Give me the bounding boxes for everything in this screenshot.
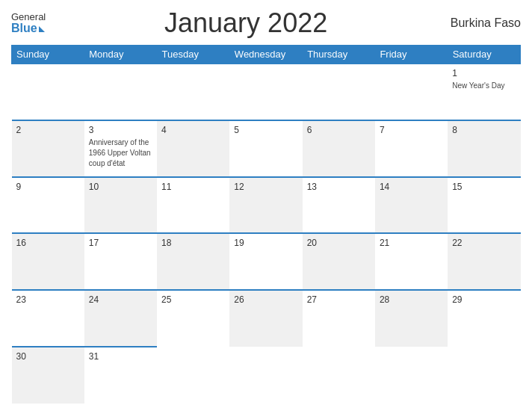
week-row-5: 3031 [12, 347, 521, 404]
day-number: 22 [452, 238, 516, 248]
day-cell: 11 [157, 177, 229, 234]
day-number: 31 [89, 351, 152, 362]
day-cell: 6 [303, 120, 375, 177]
day-cell: 9 [12, 177, 84, 234]
day-number: 9 [16, 182, 80, 192]
day-number: 25 [161, 294, 225, 305]
weekday-header-wednesday: Wednesday [229, 46, 302, 64]
day-cell: 7 [375, 120, 448, 177]
weekday-header-monday: Monday [84, 46, 157, 64]
day-number: 28 [380, 294, 443, 305]
day-cell [303, 64, 375, 120]
day-number: 27 [307, 294, 371, 305]
day-cell: 27 [303, 290, 375, 347]
day-cell: 18 [157, 233, 229, 290]
day-cell: 31 [84, 347, 157, 404]
day-cell [229, 64, 302, 120]
day-cell: 10 [84, 177, 157, 234]
day-number: 19 [234, 238, 297, 248]
day-cell [157, 347, 229, 404]
weekday-header-tuesday: Tuesday [157, 46, 229, 64]
day-number: 8 [452, 125, 516, 135]
day-cell [448, 347, 520, 404]
day-cell [12, 64, 84, 120]
logo-blue-text: Blue [11, 22, 45, 34]
week-row-1: 23Anniversary of the 1966 Upper Voltan c… [12, 120, 521, 177]
day-cell [303, 347, 375, 404]
day-number: 29 [452, 294, 516, 305]
day-cell: 19 [229, 233, 302, 290]
day-number: 21 [380, 238, 443, 248]
week-row-3: 16171819202122 [12, 233, 521, 290]
logo: General Blue [11, 12, 46, 34]
day-number: 10 [89, 182, 152, 192]
day-cell: 22 [448, 233, 520, 290]
day-cell: 12 [229, 177, 302, 234]
calendar-title: January 2022 [46, 7, 446, 39]
day-cell [229, 347, 302, 404]
day-number: 12 [234, 182, 297, 192]
calendar-header: General Blue January 2022 Burkina Faso [11, 7, 521, 39]
weekday-header-friday: Friday [375, 46, 448, 64]
day-cell [157, 64, 229, 120]
day-cell: 23 [12, 290, 84, 347]
country-name: Burkina Faso [446, 16, 521, 30]
day-cell: 15 [448, 177, 520, 234]
weekday-header-row: SundayMondayTuesdayWednesdayThursdayFrid… [12, 46, 521, 64]
day-cell: 8 [448, 120, 520, 177]
day-cell: 28 [375, 290, 448, 347]
day-number: 6 [307, 125, 371, 135]
day-cell: 13 [303, 177, 375, 234]
day-cell: 24 [84, 290, 157, 347]
day-number: 3 [89, 125, 152, 135]
calendar-container: General Blue January 2022 Burkina Faso S… [0, 0, 532, 411]
day-number: 24 [89, 294, 152, 305]
calendar-table: SundayMondayTuesdayWednesdayThursdayFrid… [11, 45, 521, 404]
day-number: 5 [234, 125, 297, 135]
day-cell: 25 [157, 290, 229, 347]
day-number: 26 [234, 294, 297, 305]
day-cell: 17 [84, 233, 157, 290]
day-number: 15 [452, 182, 516, 192]
weekday-header-saturday: Saturday [448, 46, 520, 64]
day-cell: 2 [12, 120, 84, 177]
event-text: New Year's Day [452, 81, 504, 90]
day-cell: 29 [448, 290, 520, 347]
week-row-4: 23242526272829 [12, 290, 521, 347]
day-cell [375, 347, 448, 404]
day-cell: 26 [229, 290, 302, 347]
day-cell: 4 [157, 120, 229, 177]
day-number: 2 [16, 125, 80, 135]
day-number: 1 [452, 68, 516, 78]
day-number: 20 [307, 238, 371, 248]
day-number: 14 [380, 182, 443, 192]
day-cell: 14 [375, 177, 448, 234]
day-number: 30 [16, 351, 80, 362]
day-cell: 16 [12, 233, 84, 290]
day-number: 7 [380, 125, 443, 135]
logo-general-text: General [11, 12, 46, 22]
day-cell: 3Anniversary of the 1966 Upper Voltan co… [84, 120, 157, 177]
logo-triangle-icon [39, 26, 45, 32]
day-number: 23 [16, 294, 80, 305]
weekday-header-sunday: Sunday [12, 46, 84, 64]
day-cell: 21 [375, 233, 448, 290]
event-text: Anniversary of the 1966 Upper Voltan cou… [89, 138, 151, 167]
day-number: 13 [307, 182, 371, 192]
day-cell [84, 64, 157, 120]
day-cell: 5 [229, 120, 302, 177]
day-number: 4 [161, 125, 225, 135]
day-number: 11 [161, 182, 225, 192]
day-number: 17 [89, 238, 152, 248]
week-row-0: 1New Year's Day [12, 64, 521, 120]
week-row-2: 9101112131415 [12, 177, 521, 234]
day-cell: 20 [303, 233, 375, 290]
day-number: 16 [16, 238, 80, 248]
weekday-header-thursday: Thursday [303, 46, 375, 64]
day-cell [375, 64, 448, 120]
day-cell: 1New Year's Day [448, 64, 520, 120]
day-cell: 30 [12, 347, 84, 404]
day-number: 18 [161, 238, 225, 248]
